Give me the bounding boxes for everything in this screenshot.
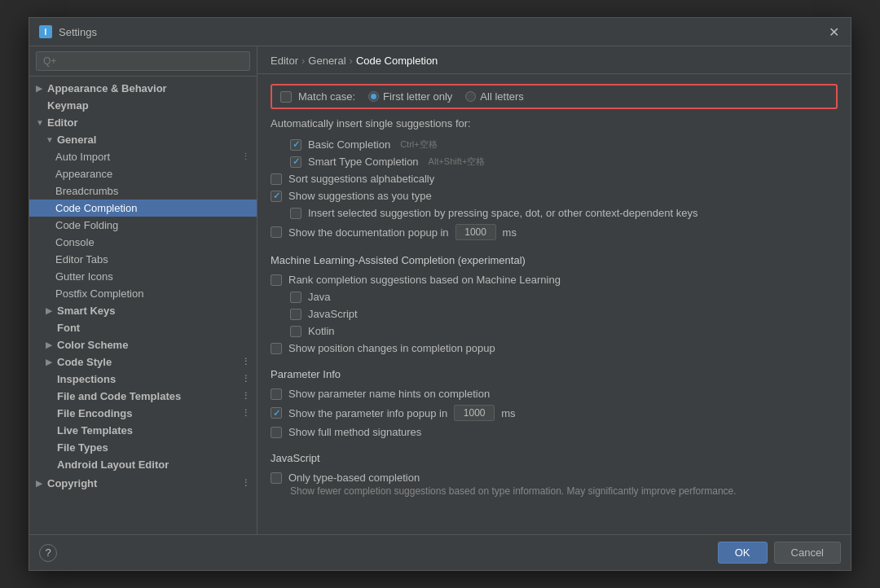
show-param-name-label: Show parameter name hints on completion <box>288 388 490 400</box>
kotlin-row: Kotlin <box>290 323 838 340</box>
sidebar-label: File Encodings <box>57 407 132 419</box>
sidebar-item-file-encodings[interactable]: File Encodings ⋮ <box>29 405 257 422</box>
show-full-method-checkbox[interactable] <box>271 427 282 438</box>
sidebar-item-file-types[interactable]: File Types <box>29 439 257 456</box>
sidebar-item-console[interactable]: Console <box>29 234 257 251</box>
sidebar-item-color-scheme[interactable]: Color Scheme <box>29 336 257 353</box>
show-full-method-row: Show full method signatures <box>271 423 838 441</box>
search-input[interactable] <box>36 51 250 71</box>
sidebar-item-breadcrumbs[interactable]: Breadcrumbs <box>29 182 257 200</box>
match-case-label: Match case: <box>298 90 355 103</box>
sidebar-item-gutter-icons[interactable]: Gutter Icons <box>29 268 257 285</box>
sidebar-item-code-completion[interactable]: Code Completion <box>29 200 257 217</box>
show-param-name-checkbox[interactable] <box>271 388 282 400</box>
kotlin-checkbox[interactable] <box>290 326 301 337</box>
only-type-based-checkbox[interactable] <box>271 472 282 484</box>
sidebar-item-keymap[interactable]: Keymap <box>29 97 257 114</box>
sidebar-item-android-layout-editor[interactable]: Android Layout Editor <box>29 456 257 473</box>
basic-completion-shortcut: Ctrl+空格 <box>400 138 438 151</box>
close-button[interactable]: ✕ <box>826 24 841 39</box>
only-type-based-row: Only type-based completion <box>271 469 838 486</box>
javascript-ml-checkbox[interactable] <box>290 309 301 320</box>
rank-ml-row: Rank completion suggestions based on Mac… <box>271 271 838 288</box>
radio-all-letters-button[interactable] <box>465 91 476 102</box>
first-letter-label: First letter only <box>383 90 452 103</box>
sidebar-item-editor[interactable]: Editor <box>29 114 257 131</box>
sidebar-item-appearance-behavior[interactable]: Appearance & Behavior <box>29 80 257 97</box>
sort-alphabetically-label: Sort suggestions alphabetically <box>288 173 434 185</box>
ml-section-header: Machine Learning-Assisted Completion (ex… <box>271 254 838 266</box>
javascript-ml-label: JavaScript <box>308 308 358 320</box>
help-button[interactable]: ? <box>39 544 57 562</box>
smart-completion-checkbox[interactable] <box>290 156 301 168</box>
show-position-checkbox[interactable] <box>271 343 282 354</box>
rank-ml-checkbox[interactable] <box>271 274 282 286</box>
only-type-based-label: Only type-based completion <box>288 472 420 484</box>
sidebar-label: Editor <box>47 116 78 129</box>
settings-tree: Appearance & Behavior Keymap Editor Gene… <box>29 77 257 534</box>
sidebar-item-live-templates[interactable]: Live Templates <box>29 422 257 439</box>
dialog-title: Settings <box>59 26 97 38</box>
insert-selected-checkbox[interactable] <box>290 208 301 219</box>
auto-insert-title: Automatically insert single suggestions … <box>271 117 838 129</box>
sidebar-label: File Types <box>57 441 108 454</box>
basic-completion-label: Basic Completion <box>308 138 390 151</box>
sidebar-item-font[interactable]: Font <box>29 319 257 336</box>
option-icon: ⋮ <box>241 408 250 419</box>
triangle-icon <box>36 479 44 488</box>
sidebar-item-code-folding[interactable]: Code Folding <box>29 217 257 234</box>
ok-button[interactable]: OK <box>718 542 768 564</box>
smart-completion-shortcut: Alt+Shift+空格 <box>429 156 486 168</box>
triangle-icon <box>46 340 54 349</box>
sidebar: Appearance & Behavior Keymap Editor Gene… <box>29 46 257 534</box>
sidebar-item-copyright[interactable]: Copyright ⋮ <box>29 475 257 492</box>
sidebar-item-editor-tabs[interactable]: Editor Tabs <box>29 251 257 268</box>
sort-alphabetically-checkbox[interactable] <box>271 173 282 185</box>
basic-completion-checkbox[interactable] <box>290 139 301 151</box>
radio-all-letters[interactable]: All letters <box>465 90 523 103</box>
option-icon: ⋮ <box>241 357 250 367</box>
param-popup-ms-input[interactable] <box>454 405 495 421</box>
sidebar-item-code-style[interactable]: Code Style ⋮ <box>29 353 257 371</box>
show-param-popup-checkbox[interactable] <box>271 407 282 419</box>
sidebar-item-appearance[interactable]: Appearance <box>29 165 257 182</box>
option-icon: ⋮ <box>241 374 250 384</box>
show-param-popup-label: Show the parameter info popup in <box>288 407 447 419</box>
sidebar-item-inspections[interactable]: Inspections ⋮ <box>29 371 257 388</box>
show-doc-popup-checkbox[interactable] <box>271 226 282 238</box>
sidebar-label: Smart Keys <box>57 305 116 317</box>
app-icon: I <box>39 25 52 38</box>
sidebar-item-postfix-completion[interactable]: Postfix Completion <box>29 285 257 302</box>
smart-completion-label: Smart Type Completion <box>308 156 419 168</box>
insert-selected-row: Insert selected suggestion by pressing s… <box>290 204 838 222</box>
sidebar-label: Gutter Icons <box>55 270 113 283</box>
triangle-icon <box>36 118 44 127</box>
all-letters-label: All letters <box>480 90 523 103</box>
radio-first-letter-button[interactable] <box>368 91 379 102</box>
sidebar-label: Editor Tabs <box>55 253 108 265</box>
insert-selected-label: Insert selected suggestion by pressing s… <box>308 207 697 219</box>
show-suggestions-row: Show suggestions as you type <box>271 187 838 204</box>
java-checkbox[interactable] <box>290 292 301 303</box>
sidebar-label: Live Templates <box>57 424 133 437</box>
breadcrumb-sep1: › <box>301 55 305 67</box>
basic-completion-row: Basic Completion Ctrl+空格 <box>290 136 838 153</box>
sidebar-item-smart-keys[interactable]: Smart Keys <box>29 302 257 319</box>
sidebar-label: General <box>57 134 96 146</box>
sidebar-item-general[interactable]: General <box>29 131 257 148</box>
show-suggestions-checkbox[interactable] <box>271 191 282 202</box>
cancel-button[interactable]: Cancel <box>774 542 841 564</box>
radio-first-letter[interactable]: First letter only <box>368 90 452 103</box>
show-position-row: Show position changes in completion popu… <box>271 340 838 357</box>
doc-popup-ms-input[interactable] <box>455 224 496 240</box>
sidebar-label: File and Code Templates <box>57 390 181 402</box>
param-popup-unit: ms <box>501 407 515 419</box>
sidebar-item-auto-import[interactable]: Auto Import ⋮ <box>29 148 257 165</box>
match-case-checkbox[interactable] <box>280 91 292 103</box>
sidebar-item-file-code-templates[interactable]: File and Code Templates ⋮ <box>29 388 257 405</box>
sidebar-label: Code Style <box>57 356 112 368</box>
breadcrumb: Editor › General › Code Completion <box>257 46 851 74</box>
sidebar-label: Inspections <box>57 373 116 385</box>
sidebar-label: Appearance & Behavior <box>47 82 167 94</box>
show-suggestions-label: Show suggestions as you type <box>288 190 432 202</box>
